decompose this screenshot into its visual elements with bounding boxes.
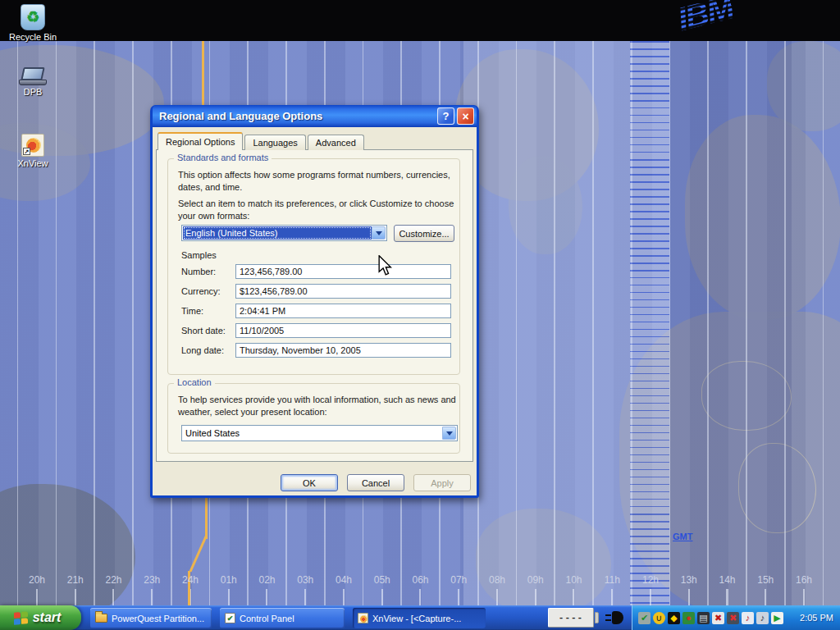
locale-selected-value: English (United States): [183, 226, 372, 240]
desktop-icon-label: Recycle Bin: [2, 32, 64, 42]
number-sample-field[interactable]: 123,456,789.00: [235, 264, 451, 279]
dialog-title: Regional and Language Options: [159, 110, 437, 122]
standards-and-formats-group: Standards and formats This option affect…: [167, 158, 460, 375]
xnview-icon: [358, 613, 368, 623]
volume-tray-icon[interactable]: ♪: [756, 612, 769, 624]
hour-label: 01h: [221, 574, 237, 586]
dialog-titlebar[interactable]: Regional and Language Options ? ×: [153, 105, 477, 127]
taskbar-button-control-panel[interactable]: ✔ Control Panel: [220, 608, 345, 628]
hour-label: 22h: [105, 574, 121, 586]
apply-button[interactable]: Apply: [413, 474, 471, 491]
laptop-icon-base: [19, 80, 47, 85]
hardware-eject-tray-icon[interactable]: ✔: [638, 612, 651, 624]
hour-label: 13h: [681, 574, 697, 586]
desktop-icon-label: XnView: [2, 158, 64, 168]
sample-label: Time:: [181, 306, 235, 316]
hour-label: 24h: [182, 574, 199, 586]
network-activity-tray-icon[interactable]: ●: [682, 612, 695, 624]
chevron-down-icon[interactable]: [442, 427, 456, 440]
ok-button[interactable]: OK: [281, 474, 338, 491]
hour-label: 15h: [757, 574, 774, 586]
cancel-button[interactable]: Cancel: [347, 474, 404, 491]
folder-icon: [95, 614, 107, 623]
hour-label: 07h: [450, 574, 467, 586]
dialog-body: Regional Options Languages Advanced Stan…: [153, 127, 477, 495]
sample-row: Currency: $123,456,789.00: [181, 284, 451, 299]
tab-regional-options[interactable]: Regional Options: [158, 132, 243, 150]
taskbar-clock[interactable]: 2:05 PM: [800, 605, 833, 630]
windows-flag-icon: [14, 611, 28, 625]
sample-row: Time: 2:04:41 PM: [181, 304, 451, 318]
sample-label: Number:: [181, 267, 235, 276]
hour-label: 12h: [642, 574, 659, 586]
tab-advanced[interactable]: Advanced: [308, 135, 364, 150]
blocked-task-tray-icon[interactable]: ✖: [712, 612, 724, 624]
select-instruction: Select an item to match its preferences,…: [178, 198, 463, 222]
shortcut-arrow-icon: ↗: [23, 148, 30, 155]
messenger-tray-icon[interactable]: ∪: [653, 612, 665, 624]
samples-list: Number: 123,456,789.00 Currency: $123,45…: [181, 264, 451, 363]
hour-label: 02h: [258, 574, 275, 586]
hour-label: 04h: [336, 574, 352, 586]
date-line-segment: [205, 498, 208, 539]
close-button[interactable]: ×: [457, 107, 474, 125]
collapsed-toolbar[interactable]: ----: [548, 608, 594, 628]
taskbar-button-xnview[interactable]: XnView - [<Capture-...: [353, 608, 486, 628]
audio-muted-tray-icon[interactable]: ♪: [742, 612, 754, 624]
hour-label: 23h: [144, 574, 160, 586]
hour-label: 06h: [412, 574, 428, 586]
display-utility-tray-icon[interactable]: ◆: [668, 612, 680, 624]
standards-description: This option affects how some programs fo…: [178, 169, 457, 194]
date-line-segment: [202, 41, 204, 106]
hour-label: 14h: [719, 574, 735, 586]
hour-label: 08h: [489, 574, 505, 586]
capture-tray-icon[interactable]: ▶: [771, 612, 783, 624]
time-sample-field[interactable]: 2:04:41 PM: [235, 304, 451, 318]
tab-strip: Regional Options Languages Advanced: [158, 132, 366, 150]
start-button[interactable]: start: [0, 605, 81, 630]
samples-label: Samples: [181, 249, 217, 262]
short-date-sample-field[interactable]: 11/10/2005: [235, 323, 451, 338]
laptop-icon: [21, 67, 44, 80]
hour-label: 21h: [67, 574, 84, 586]
customize-button[interactable]: Customize...: [394, 225, 454, 242]
taskbar-button-powerquest[interactable]: PowerQuest Partition...: [90, 608, 212, 628]
gmt-hatched-band: [630, 41, 669, 605]
gmt-label: GMT: [673, 532, 692, 541]
sample-row: Short date: 11/10/2005: [181, 323, 451, 338]
recycle-bin-icon: ♻: [21, 4, 45, 30]
hour-label: 20h: [29, 574, 45, 586]
desktop-icon-xnview[interactable]: ↗ XnView: [2, 134, 64, 168]
sample-row: Number: 123,456,789.00: [181, 264, 451, 279]
task-label: Control Panel: [240, 614, 294, 623]
location-selected-value: United States: [183, 427, 442, 440]
hour-label: 11h: [605, 574, 620, 586]
sample-row: Long date: Thursday, November 10, 2005: [181, 343, 451, 358]
offline-monitor-tray-icon[interactable]: ✖: [727, 612, 739, 624]
group-title: Location: [174, 377, 215, 387]
location-group: Location To help services provide you wi…: [167, 383, 460, 454]
hour-tick-marks: [36, 589, 840, 605]
desktop-icon-dpb[interactable]: DPB: [2, 67, 64, 97]
control-panel-icon: ✔: [225, 613, 235, 623]
help-button[interactable]: ?: [437, 107, 454, 125]
sample-label: Long date:: [181, 345, 235, 355]
currency-sample-field[interactable]: $123,456,789.00: [235, 284, 451, 299]
hour-label: 16h: [796, 574, 812, 586]
tray-icons: ✔∪◆●▤✖✖♪♪▶: [638, 612, 783, 624]
regional-options-tab-page: Standards and formats This option affect…: [156, 149, 473, 462]
sample-label: Currency:: [181, 286, 235, 296]
print-services-tray-icon[interactable]: ▤: [697, 612, 710, 624]
hour-label: 10h: [565, 574, 582, 586]
regional-options-dialog: Regional and Language Options ? × Region…: [150, 105, 479, 498]
power-plug-icon[interactable]: [605, 611, 625, 625]
tab-languages[interactable]: Languages: [244, 135, 305, 150]
chevron-down-icon[interactable]: [372, 226, 386, 240]
desktop-icon-recycle-bin[interactable]: ♻ Recycle Bin: [2, 4, 64, 42]
start-label: start: [33, 610, 68, 625]
long-date-sample-field[interactable]: Thursday, November 10, 2005: [235, 343, 451, 358]
group-title: Standards and formats: [174, 153, 272, 162]
location-combobox[interactable]: United States: [181, 425, 458, 441]
toolbar-handle[interactable]: [595, 612, 599, 623]
locale-combobox[interactable]: English (United States): [181, 225, 387, 241]
